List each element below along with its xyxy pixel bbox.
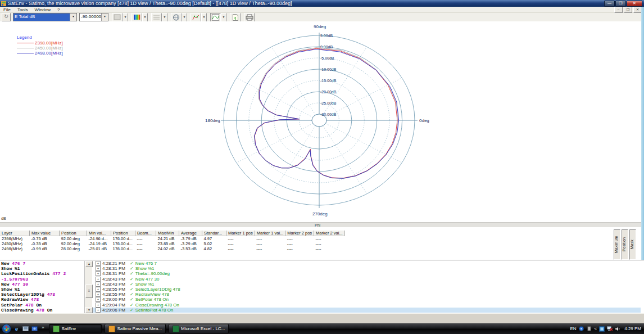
clock[interactable]: 4:29 PM bbox=[624, 326, 641, 331]
column-header[interactable]: Max/Min bbox=[156, 231, 179, 236]
menu-tools[interactable]: Tools bbox=[14, 7, 31, 12]
overflow-chevron-icon[interactable]: » bbox=[42, 325, 44, 330]
command-line[interactable]: New 477 30 bbox=[1, 282, 85, 287]
check-icon: ✓ bbox=[130, 266, 134, 271]
table-row[interactable]: 2498(MHz)-0.99 dB28.00 deg-25.01 dB176.0… bbox=[0, 246, 344, 251]
angle-select[interactable]: -90.000000 ▼ bbox=[79, 13, 108, 21]
column-header[interactable]: Layer bbox=[0, 231, 30, 236]
menu-help[interactable]: ? bbox=[54, 7, 63, 12]
sphere-view-button[interactable] bbox=[171, 13, 182, 22]
scroll-up-icon[interactable]: ▲ bbox=[85, 261, 93, 267]
taskbar-button-satimo-passive-mea[interactable]: Satimo Passive Mea... bbox=[105, 324, 166, 333]
show-desktop-icon[interactable] bbox=[22, 326, 29, 332]
menu-window[interactable]: Window bbox=[31, 7, 54, 12]
sphere-view-dropdown[interactable]: ▼ bbox=[182, 13, 187, 22]
expand-icon[interactable]: + bbox=[96, 277, 101, 282]
minimize-button[interactable]: — bbox=[604, 1, 615, 7]
table-row[interactable]: 2398(MHz)-0.75 dB92.00 deg-24.96 d...176… bbox=[0, 236, 344, 242]
log-row[interactable]: +4:28:55 PM✓SelectLayer1DDlg 478 bbox=[93, 287, 641, 292]
command-line[interactable]: LockPositionOnAxis 477 2 -1.5707963 bbox=[1, 271, 85, 281]
tray-blue-icon[interactable] bbox=[599, 326, 605, 332]
command-line[interactable]: Show %1 bbox=[1, 266, 85, 271]
surface-3d-dropdown[interactable]: ▼ bbox=[142, 13, 148, 22]
surface-3d-button[interactable] bbox=[131, 13, 142, 22]
taskbar-button-microsoft-excel-lc[interactable]: Microsoft Excel - LC... bbox=[169, 324, 229, 333]
log-row[interactable]: +4:28:31 PM✓Show %1 bbox=[93, 266, 641, 271]
surface-view-dropdown[interactable]: ▼ bbox=[123, 13, 128, 22]
expand-icon[interactable]: + bbox=[96, 292, 101, 297]
volume-icon[interactable] bbox=[615, 326, 620, 332]
command-scrollbar[interactable]: ▲ ≡ ▼ bbox=[84, 261, 92, 313]
surface-view-button[interactable] bbox=[112, 13, 123, 22]
command-line[interactable]: CloseDrawing 478 On bbox=[1, 308, 85, 313]
farfield-2d-dropdown[interactable]: ▼ bbox=[201, 13, 207, 22]
column-header[interactable]: Beam... bbox=[135, 231, 156, 236]
multi-trace-button[interactable] bbox=[151, 13, 162, 22]
menu-file[interactable]: File bbox=[0, 7, 14, 12]
print-button[interactable] bbox=[244, 13, 255, 22]
log-row[interactable]: +4:28:31 PM✓Theta=-90.00deg bbox=[93, 271, 641, 276]
column-header[interactable]: Marker 2 pos bbox=[285, 231, 314, 236]
column-header[interactable]: Marker 1 val... bbox=[255, 231, 285, 236]
column-header[interactable]: Marker 2 val... bbox=[314, 231, 345, 236]
log-row[interactable]: +4:28:21 PM✓New 476 7 bbox=[93, 261, 641, 266]
command-line[interactable]: SetPolar 478 On bbox=[1, 303, 85, 308]
command-line[interactable]: New 476 7 bbox=[1, 261, 85, 266]
language-indicator[interactable]: EN bbox=[570, 326, 576, 331]
maximize-button[interactable]: ❐ bbox=[615, 1, 626, 7]
log-row[interactable]: +4:28:43 PM✓New 477 30 bbox=[93, 277, 641, 282]
start-button[interactable] bbox=[2, 324, 11, 333]
expand-icon[interactable]: + bbox=[96, 308, 101, 313]
column-header[interactable]: Standar... bbox=[202, 231, 226, 236]
column-header[interactable]: Position bbox=[60, 231, 87, 236]
language-bar-icon[interactable] bbox=[579, 326, 584, 332]
chevron-down-icon[interactable]: ▼ bbox=[70, 13, 76, 21]
column-header[interactable]: Max value bbox=[30, 231, 60, 236]
field-select[interactable]: E Total dB ▼ bbox=[13, 13, 77, 21]
column-header[interactable]: Marker 1 pos bbox=[226, 231, 255, 236]
refresh-button[interactable]: ↻ bbox=[2, 13, 11, 21]
command-line[interactable]: Show %1 bbox=[1, 287, 85, 292]
log-row[interactable]: +4:28:55 PM✓RedrawView 478 bbox=[93, 292, 641, 297]
expand-icon[interactable]: + bbox=[96, 287, 101, 292]
multi-trace-dropdown[interactable]: ▼ bbox=[162, 13, 167, 22]
mdi-minimize-button[interactable]: ‒ bbox=[614, 7, 623, 13]
scroll-down-icon[interactable]: ▼ bbox=[85, 307, 93, 313]
tray-app-icon[interactable] bbox=[587, 326, 592, 332]
log-row[interactable]: +4:28:43 PM✓Show %1 bbox=[93, 282, 641, 287]
side-button-maximum[interactable]: Maximum bbox=[614, 229, 620, 260]
taskbar-button-satenv[interactable]: SatEnv bbox=[49, 324, 102, 333]
expand-icon[interactable]: + bbox=[96, 266, 101, 271]
media-player-icon[interactable] bbox=[31, 326, 38, 332]
plot-1d-dropdown[interactable]: ▼ bbox=[221, 13, 226, 22]
expand-icon[interactable]: + bbox=[96, 303, 101, 308]
table-cell: 24.21 dB bbox=[156, 236, 179, 242]
command-line[interactable]: SelectLayer1DDlg 478 bbox=[1, 292, 85, 297]
log-row[interactable]: +4:29:04 PM✓CloseDrawing 478 On bbox=[93, 303, 641, 308]
report-button[interactable] bbox=[230, 13, 241, 22]
mdi-restore-button[interactable]: ❐ bbox=[624, 7, 632, 13]
ie-icon[interactable]: e bbox=[13, 326, 20, 332]
expand-icon[interactable]: + bbox=[96, 261, 101, 266]
column-header[interactable]: Min val... bbox=[87, 231, 111, 236]
column-header[interactable]: Position bbox=[111, 231, 135, 236]
network-status-icon[interactable] bbox=[607, 326, 613, 332]
log-row[interactable]: +4:29:06 PM✓SetInfoPlot 478 On bbox=[93, 308, 641, 313]
expand-icon[interactable]: + bbox=[96, 282, 101, 287]
side-button-position[interactable]: Position bbox=[622, 229, 628, 260]
table-row[interactable]: 2450(MHz)-0.35 dB92.00 deg-24.19 dB176.0… bbox=[0, 241, 344, 246]
close-button[interactable]: ✕ bbox=[627, 1, 642, 7]
mdi-close-button[interactable]: ✕ bbox=[633, 7, 642, 13]
chevron-down-icon[interactable]: ▼ bbox=[101, 13, 108, 21]
farfield-2d-button[interactable] bbox=[191, 13, 201, 22]
column-header[interactable]: Average bbox=[179, 231, 202, 236]
scroll-thumb[interactable]: ≡ bbox=[85, 285, 93, 298]
info-table-header[interactable]: LayerMax valuePositionMin val...Position… bbox=[0, 231, 344, 236]
side-button-mask[interactable]: Mask bbox=[629, 229, 636, 260]
expand-icon[interactable]: + bbox=[96, 271, 101, 276]
expand-icon[interactable]: + bbox=[96, 297, 101, 302]
plot-1d-button[interactable] bbox=[210, 13, 221, 22]
command-line[interactable]: RedrawView 478 bbox=[1, 297, 85, 302]
hidden-icons-chevron[interactable]: < bbox=[595, 326, 597, 331]
log-row[interactable]: +4:29:00 PM✓SetPolar 478 On bbox=[93, 297, 641, 302]
